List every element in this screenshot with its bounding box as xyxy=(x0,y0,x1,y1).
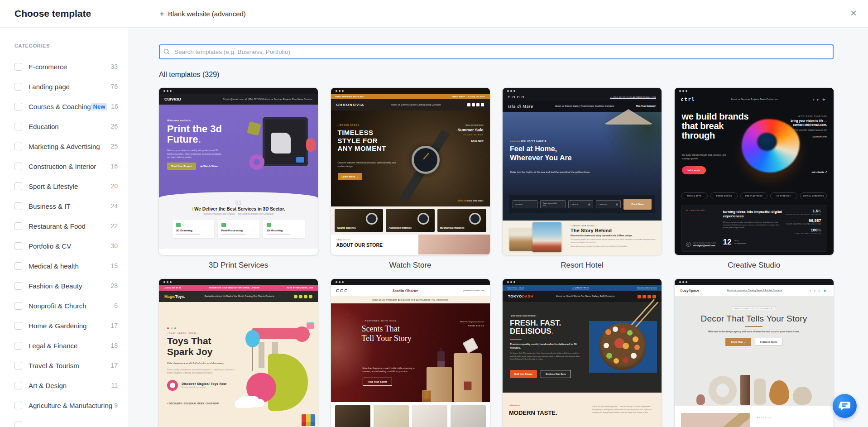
template-card-3d-print-services[interactable]: Curve3D 3d.print@email.com • +1 (234) 56… xyxy=(159,88,318,270)
sidebar-item-business-it[interactable]: Business & IT 24 xyxy=(0,196,129,216)
sidebar-item-portfolio-cv[interactable]: Portfolio & CV 30 xyxy=(0,236,129,256)
search-input[interactable] xyxy=(159,44,834,59)
template-card-resort-hotel[interactable]: +1 (234) 567 89 90 ISLADIMARE@EMAIL.COM … xyxy=(503,88,662,270)
checkbox[interactable] xyxy=(14,382,22,389)
sidebar-item-medical-health[interactable]: Medical & health 15 xyxy=(0,256,129,276)
hero-section: //WATCH STORE TIMELESS STYLE FOR ANY MOM… xyxy=(331,110,490,206)
template-thumbnail[interactable]: CozySpace About us Inspiration Catalog N… xyxy=(675,279,834,427)
templates-grid: Curve3D 3d.print@email.com • +1 (234) 56… xyxy=(159,88,834,427)
sidebar-item-legal-finance[interactable]: Legal & Finance 18 xyxy=(0,336,129,355)
categories-heading: CATEGORIES xyxy=(14,43,129,48)
checkout-field: Check-out▦ xyxy=(596,200,621,208)
who-we-are-section: 01 // WHO WE ARE turning ideas into impa… xyxy=(681,205,827,252)
browser-dots-icon xyxy=(679,281,681,283)
template-thumbnail[interactable]: Open 8 am - 10 pm +1 (234) 567 89 00 tok… xyxy=(503,279,662,427)
template-card-tokyodash[interactable]: Open 8 am - 10 pm +1 (234) 567 89 00 tok… xyxy=(503,279,662,427)
site-cta-button: Start Your Project xyxy=(167,163,196,170)
template-title: Resort Hotel xyxy=(503,261,662,270)
template-card-creative-studio[interactable]: ctrl About us Services Projects Team Con… xyxy=(675,88,834,270)
site-cta-button: let's work xyxy=(682,166,706,174)
portrait-photo xyxy=(418,235,490,254)
vases-illustration xyxy=(675,359,834,406)
sidebar-item-travel-tourism[interactable]: Travel & Tourism 17 xyxy=(0,355,129,375)
social-icons xyxy=(638,295,656,298)
chat-icon xyxy=(839,401,851,412)
browser-dots-icon xyxy=(507,281,509,283)
sidebar-item-fashion-beauty[interactable]: Fashion & Beauty 28 xyxy=(0,276,129,296)
checkbox[interactable] xyxy=(14,103,22,110)
chat-widget-button[interactable] xyxy=(833,394,857,418)
hero-section: we build brands that break through LET'S… xyxy=(675,105,834,191)
template-thumbnail[interactable]: Curve3D 3d.print@email.com • +1 (234) 56… xyxy=(159,88,318,255)
sidebar-item-landing-page[interactable]: Landing page 76 xyxy=(0,77,129,96)
browser-dots-icon xyxy=(507,90,509,92)
site-logo: MagicToys. xyxy=(164,294,185,299)
template-thumbnail[interactable]: +1 (234) 567 89 90 ISLADIMARE@EMAIL.COM … xyxy=(503,88,662,255)
site-cta-button: Shop Now → xyxy=(725,338,751,346)
perfume-bottle xyxy=(462,337,478,353)
template-card-jardin-obscur[interactable]: - Jardin Obscur - jardinobscur@email.com… xyxy=(331,279,490,427)
site-logo: Curve3D xyxy=(164,97,181,101)
about-section: - about us - MODERN TASTE. We're not jus… xyxy=(503,393,662,427)
sidebar-item-partial[interactable] xyxy=(0,415,129,427)
checkbox[interactable] xyxy=(14,123,22,130)
sidebar-item-agriculture-manufacturing[interactable]: Agriculture & Manufacturing 9 xyxy=(0,395,129,415)
template-title: Creative Studio xyxy=(675,261,834,270)
hero-section: Welcome and let's... Print the 3d Future… xyxy=(159,105,318,198)
templates-main: All templates (329) Curve3D 3d.print@ema… xyxy=(129,28,868,427)
sushi-illustration xyxy=(589,321,657,373)
checkbox[interactable] xyxy=(14,262,22,270)
checkbox[interactable] xyxy=(14,143,22,150)
watch-illustration xyxy=(412,146,440,174)
social-icons xyxy=(508,96,524,98)
sidebar-item-construction-interior[interactable]: Construction & Interior 16 xyxy=(0,156,129,176)
checkbox[interactable] xyxy=(14,222,22,230)
checkbox[interactable] xyxy=(14,302,22,310)
checkbox[interactable] xyxy=(14,242,22,250)
about-section: • ABOUT OUR HOTEL • The Story Behind Dis… xyxy=(503,221,662,255)
template-card-magictoys[interactable]: +1 (234) 567 89 90 SHOWROOM: 5254 KENMON… xyxy=(159,279,318,427)
sidebar-item-art-design[interactable]: Art & Design 11 xyxy=(0,375,129,395)
sidebar-item-home-gardening[interactable]: Home & Gardening 17 xyxy=(0,316,129,336)
template-thumbnail[interactable]: ctrl About us Services Projects Team Con… xyxy=(675,88,834,255)
blank-website-button[interactable]: + Blank website (advanced) xyxy=(159,0,246,28)
checkbox[interactable] xyxy=(14,402,22,409)
template-thumbnail[interactable]: FREE SHIPPING FROM $50 NEED HELP: +1 (50… xyxy=(331,88,490,255)
sidebar-item-marketing-advertising[interactable]: Marketing & Advertising 25 xyxy=(0,136,129,156)
coral-shape xyxy=(306,138,316,152)
site-logo: TOKYODASH xyxy=(508,294,533,298)
feature-box: 3D Modeling xyxy=(263,220,305,238)
checkbox[interactable] xyxy=(14,342,22,350)
feature-icon xyxy=(176,223,181,227)
sidebar-item-restaurant-food[interactable]: Restaurant & Food 22 xyxy=(0,216,129,236)
sidebar-item-courses-coaching[interactable]: Courses & Coaching New 16 xyxy=(0,96,129,116)
template-card-watch-store[interactable]: FREE SHIPPING FROM $50 NEED HELP: +1 (50… xyxy=(331,88,490,270)
feature-icon xyxy=(267,223,271,227)
site-cta-button: Learn More → xyxy=(338,173,363,180)
hero-section: - your sushi, your moment - FRESH. FAST.… xyxy=(503,302,662,393)
location-field: Location xyxy=(513,200,537,208)
site-nav: About us Rooms Gallery Testimonials Faci… xyxy=(555,105,614,107)
sidebar-item-nonprofit-church[interactable]: Nonprofit & Church 6 xyxy=(0,296,129,316)
checkbox[interactable] xyxy=(14,322,22,330)
checkbox[interactable] xyxy=(14,422,22,427)
checkbox[interactable] xyxy=(14,63,22,71)
checkbox[interactable] xyxy=(14,362,22,369)
template-card-cozyspace[interactable]: CozySpace About us Inspiration Catalog N… xyxy=(675,279,834,427)
checkbox[interactable] xyxy=(14,163,22,170)
torus-shape xyxy=(249,154,264,170)
close-icon[interactable]: × xyxy=(847,7,860,20)
sidebar-item-education[interactable]: Education 26 xyxy=(0,116,129,136)
all-templates-count: All templates (329) xyxy=(159,71,834,79)
sidebar-item-ecommerce[interactable]: E-commerce 33 xyxy=(0,57,129,77)
checkbox[interactable] xyxy=(14,282,22,290)
template-title: Watch Store xyxy=(331,261,490,270)
template-thumbnail[interactable]: - Jardin Obscur - jardinobscur@email.com… xyxy=(331,279,490,427)
sidebar-item-sport-lifestyle[interactable]: Sport & Lifestyle 20 xyxy=(0,176,129,196)
services-section: 01 \ We Deliver the Best Services in 3D … xyxy=(159,192,318,249)
printer-illustration xyxy=(263,117,308,166)
checkbox[interactable] xyxy=(14,202,22,210)
checkbox[interactable] xyxy=(14,83,22,91)
template-thumbnail[interactable]: +1 (234) 567 89 90 SHOWROOM: 5254 KENMON… xyxy=(159,279,318,427)
checkbox[interactable] xyxy=(14,182,22,190)
